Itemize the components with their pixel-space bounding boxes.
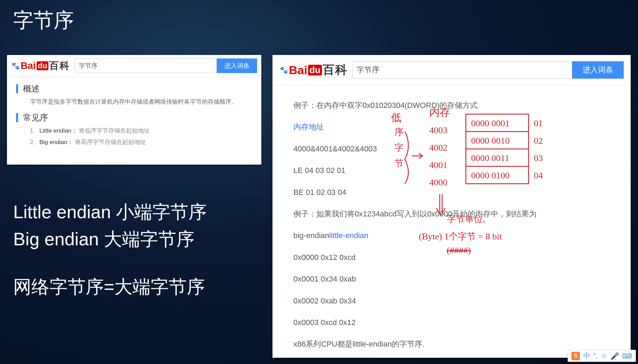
list-def: 将低序字节存储在起始地址 [79,127,150,134]
cpu-line: x86系列CPU都是little-endian的字节序. [293,336,610,353]
line-network: 网络字节序=大端字节序 [13,275,205,299]
section-title-common: 常见序 [16,112,252,123]
baidu-baike-logo: 🐾 Bai du 百科 [11,59,70,72]
row-3: 0x0003 0xcd 0x12 [293,314,610,331]
common-list: 1. Little endian： 将低序字节存储在起始地址 2. Big en… [30,127,252,146]
search-button[interactable]: 进入词条 [217,58,257,73]
list-term: Big endian： [39,139,73,145]
logo-bai: Bai [289,63,307,77]
list-item: 2. Big endian： 将高序字节存储在起始地址 [30,138,252,146]
search-button[interactable]: 进入词条 [572,61,624,79]
logo-bai: Bai [21,60,36,71]
row-0: 0x0000 0x12 0xcd [293,249,610,266]
line-big: Big endian 大端字节序 [13,225,207,253]
logo-baike: 百科 [49,59,70,72]
addresses: 4000&4001&4002&4003 [293,141,610,157]
logo-du: du [37,61,49,70]
search-bar: 🐾 Bai du 百科 进入词条 [7,55,261,77]
search-bar: 🐾 Bai du 百科 进入词条 [272,55,631,85]
search-input[interactable] [75,58,217,73]
row-2: 0x0002 0xab 0x34 [293,293,610,309]
list-item: 1. Little endian： 将低序字节存储在起始地址 [30,127,252,135]
list-def: 将高序字节存储在起始地址 [75,139,146,145]
baidu-baike-logo: 🐾 Bai du 百科 [279,62,348,78]
big-endian-label: big-endian [293,231,329,240]
slide-endian-lines: Little endian 小端字节序 Big endian 大端字节序 [13,198,207,253]
list-num: 1. [30,127,35,134]
le-line: LE 04 03 02 01 [293,162,610,179]
be-line: BE 01 02 03 04 [293,184,610,201]
list-num: 2. [30,139,35,145]
baike-panel-left: 🐾 Bai du 百科 进入词条 概述 字节序是指多字节数据在计算机内存中存储或… [7,55,261,165]
overview-desc: 字节序是指多字节数据在计算机内存中存储或者网络传输时各字节的存储顺序。 [30,98,252,106]
list-term: Little endian： [39,127,77,134]
section-title-overview: 概述 [16,83,252,94]
logo-baike: 百科 [323,62,348,78]
article-content: 例子：在内存中双字0x01020304(DWORD)的存储方式 内存地址 400… [272,85,631,364]
little-endian-link[interactable]: little-endian [329,231,369,240]
example2: 例子：如果我们将0x1234abcd写入到以0x0000开始的内存中，则结果为 [293,206,610,222]
paw-icon: 🐾 [279,68,288,72]
paw-icon: 🐾 [11,64,20,68]
search-input[interactable] [353,61,572,79]
baike-panel-right: 🐾 Bai du 百科 进入词条 例子：在内存中双字0x01020304(DWO… [272,55,631,358]
section-overview: 概述 字节序是指多字节数据在计算机内存中存储或者网络传输时各字节的存储顺序。 常… [7,77,261,146]
memaddr-link[interactable]: 内存地址 [293,122,324,131]
logo-du: du [308,65,322,76]
slide-title: 字节序 [13,7,74,34]
line-little: Little endian 小端字节序 [13,198,207,225]
example1: 例子：在内存中双字0x01020304(DWORD)的存储方式 [293,97,610,114]
row-1: 0x0001 0x34 0xab [293,271,610,287]
